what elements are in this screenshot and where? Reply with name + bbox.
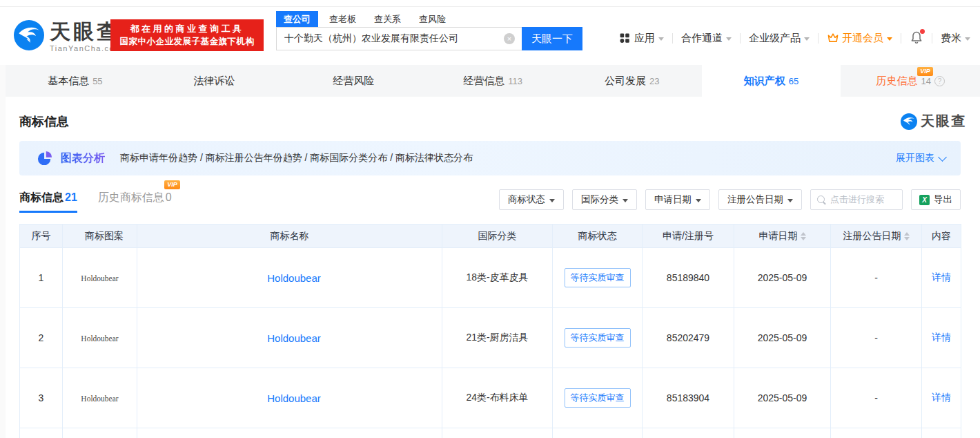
detail-link[interactable]: 详情 (932, 392, 951, 403)
chart-analysis-banner: 图表分析 商标申请年份趋势 / 商标注册公告年份趋势 / 商标国际分类分布 / … (19, 141, 961, 175)
status-badge[interactable]: 等待实质审查 (565, 268, 631, 287)
search-submit-button[interactable]: 天眼一下 (522, 27, 582, 50)
cell-name: Holdoubear (137, 368, 442, 428)
cell-content: 详情 (922, 368, 961, 428)
tab-label: 商标信息 (19, 191, 63, 203)
tab-label: 历史商标信息 (98, 191, 164, 203)
nav-vip-label: 开通会员 (842, 32, 883, 45)
apps-grid-icon (619, 32, 630, 44)
cell-name: Holdoubear (137, 248, 442, 308)
cell-reg-no: 85189840 (643, 248, 734, 308)
chart-analysis-label: 图表分析 (61, 151, 105, 166)
col-intl-class: 国际分类 (442, 225, 553, 248)
chevron-down-icon (887, 37, 892, 41)
cell-no: 2 (20, 308, 63, 368)
tab-count: 0 (166, 191, 172, 203)
nav-item-username[interactable]: 费米 (941, 32, 970, 45)
filter-label: 注册公告日期 (727, 193, 783, 206)
tab-operation-info[interactable]: 经营信息 113 (423, 65, 562, 97)
nav-item-cooperation[interactable]: 合作通道 (681, 32, 732, 45)
tab-legal-litigation[interactable]: 法律诉讼 (145, 65, 284, 97)
status-badge[interactable]: 等待实质审查 (565, 328, 631, 347)
tab-label: 知识产权 (744, 75, 785, 88)
chevron-down-icon (965, 37, 970, 41)
table-row: 3 Holdoubear Holdoubear 24类-布料床单 等待实质审查 … (20, 368, 961, 428)
nav-item-vip[interactable]: 开通会员 (827, 32, 892, 45)
promo-line2: 国家中小企业发展子基金旗下机构 (110, 35, 264, 48)
cell-reg-no: 85202479 (643, 308, 734, 368)
tab-history-info[interactable]: VIP 历史信息 14 (841, 65, 980, 97)
cell-no: 3 (20, 368, 63, 428)
filter-label: 申请日期 (654, 193, 692, 206)
caret-down-icon (787, 199, 793, 202)
trademark-name-link[interactable]: Holdoubear (267, 392, 321, 404)
tab-count: 55 (92, 76, 102, 86)
sort-icon[interactable] (904, 232, 910, 240)
search-tab-company[interactable]: 查公司 (276, 11, 318, 28)
cell-status: 等待实质审查 (553, 308, 643, 368)
watermark-text: 天眼查 (921, 112, 966, 131)
col-announce-date[interactable]: 注册公告日期 (831, 225, 922, 248)
status-badge[interactable]: 等待实质审查 (565, 388, 631, 408)
tab-label: 基本信息 (48, 75, 89, 88)
excel-icon (919, 195, 930, 205)
search-tab-boss[interactable]: 查老板 (329, 13, 356, 26)
tab-basic-info[interactable]: 基本信息 55 (6, 65, 145, 97)
chevron-down-icon (804, 37, 810, 41)
tab-current-trademarks[interactable]: 商标信息21 (19, 191, 77, 213)
cell-announce-date: - (831, 368, 922, 428)
search-tab-relation[interactable]: 查关系 (374, 13, 401, 26)
divider (932, 33, 932, 44)
trademark-image[interactable]: Holdoubear (63, 248, 137, 308)
cell-intl-class: 24类-布料床单 (442, 368, 553, 428)
expand-charts-button[interactable]: 展开图表 (896, 152, 945, 164)
nav-item-enterprise[interactable]: 企业级产品 (749, 32, 810, 45)
tab-intellectual-property[interactable]: 知识产权 65 (702, 65, 841, 97)
search-tab-risk[interactable]: 查风险 (419, 13, 446, 26)
col-apply-date[interactable]: 申请日期 (734, 225, 831, 248)
trademark-image[interactable]: Holdoubear (63, 368, 137, 428)
pie-chart-icon (37, 151, 52, 166)
export-button[interactable]: 导出 (911, 189, 961, 210)
notification-bell-icon[interactable] (910, 30, 923, 46)
cell-intl-class: 18类-皮革皮具 (442, 248, 553, 308)
nav-cooperation-label: 合作通道 (681, 32, 723, 45)
username-label: 费米 (941, 32, 961, 45)
tianyancha-logo-icon[interactable] (14, 20, 44, 50)
tab-label: 法律诉讼 (194, 75, 235, 88)
filter-intl-class[interactable]: 国际分类 (572, 189, 637, 210)
sort-icon[interactable] (801, 232, 806, 240)
trademark-name-link[interactable]: Holdoubear (267, 272, 321, 284)
tab-count: 14 (921, 76, 930, 86)
trademark-name-link[interactable]: Holdoubear (267, 332, 321, 344)
company-search-input[interactable] (276, 27, 522, 50)
filter-label: 商标状态 (508, 193, 545, 206)
col-image: 商标图案 (63, 225, 137, 248)
filter-trademark-status[interactable]: 商标状态 (499, 189, 564, 210)
search-block: 查公司 查老板 查关系 查风险 天眼一下 (276, 12, 582, 50)
chevron-down-icon (938, 153, 947, 162)
cell-no: 1 (20, 248, 63, 308)
detail-link[interactable]: 详情 (932, 272, 951, 283)
filter-reg-announce-date[interactable]: 注册公告日期 (718, 189, 802, 210)
cell-apply-date: 2025-05-09 (734, 308, 831, 368)
help-question-icon[interactable] (934, 76, 945, 86)
trademark-image[interactable]: Holdoubear (63, 308, 137, 368)
watermark-logo-icon (901, 113, 917, 130)
table-row: 1 Holdoubear Holdoubear 18类-皮革皮具 等待实质审查 … (20, 248, 961, 308)
table-search-input[interactable]: 点击进行搜索 (810, 189, 903, 210)
cell-announce-date: - (831, 308, 922, 368)
nav-apps-label: 应用 (634, 32, 655, 45)
nav-item-apps[interactable]: 应用 (619, 32, 664, 45)
crown-icon (827, 32, 839, 44)
cell-content: 详情 (922, 248, 961, 308)
tab-history-trademarks[interactable]: VIP 历史商标信息0 (98, 191, 172, 213)
search-tabs: 查公司 查老板 查关系 查风险 (276, 12, 582, 27)
company-tabbar: 基本信息 55 法律诉讼 经营风险 经营信息 113 公司发展 23 知识产权 … (6, 65, 980, 97)
caret-down-icon (696, 199, 701, 202)
filter-apply-date[interactable]: 申请日期 (645, 189, 710, 210)
detail-link[interactable]: 详情 (932, 332, 951, 343)
tab-company-development[interactable]: 公司发展 23 (562, 65, 702, 97)
clear-input-icon[interactable] (504, 33, 515, 44)
tab-operation-risk[interactable]: 经营风险 (284, 65, 423, 97)
